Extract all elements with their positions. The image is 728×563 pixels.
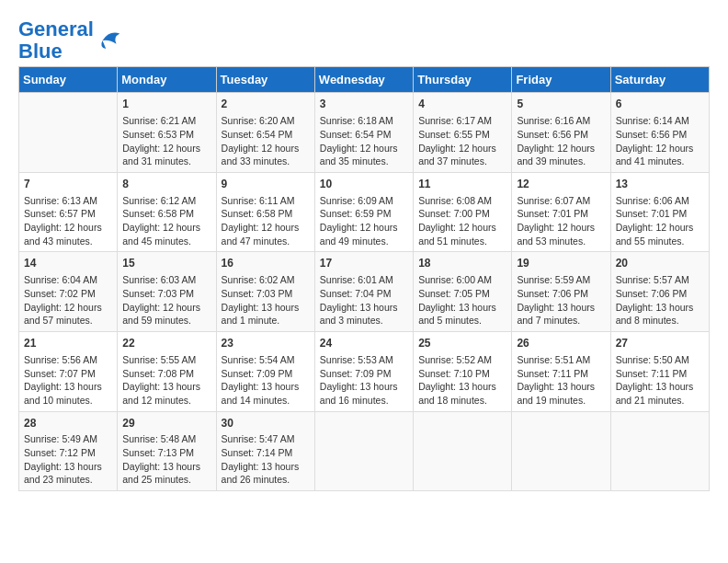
column-header-saturday: Saturday xyxy=(610,67,709,93)
calendar-cell: 16Sunrise: 6:02 AMSunset: 7:03 PMDayligh… xyxy=(216,252,314,332)
column-header-thursday: Thursday xyxy=(414,67,512,93)
day-number: 3 xyxy=(320,97,408,112)
day-number: 16 xyxy=(222,256,310,271)
calendar-cell: 18Sunrise: 6:00 AMSunset: 7:05 PMDayligh… xyxy=(414,252,512,332)
calendar-cell: 7Sunrise: 6:13 AMSunset: 6:57 PMDaylight… xyxy=(19,172,118,252)
calendar-cell: 24Sunrise: 5:53 AMSunset: 7:09 PMDayligh… xyxy=(314,332,413,412)
day-details: Sunrise: 6:08 AMSunset: 7:00 PMDaylight:… xyxy=(418,194,506,248)
day-details: Sunrise: 6:04 AMSunset: 7:02 PMDaylight:… xyxy=(24,273,112,327)
day-number: 29 xyxy=(122,416,210,431)
logo-bird-icon xyxy=(96,27,123,54)
column-header-wednesday: Wednesday xyxy=(314,67,413,93)
day-number: 14 xyxy=(24,256,112,271)
day-number: 9 xyxy=(222,177,310,192)
day-number: 10 xyxy=(320,177,408,192)
day-details: Sunrise: 6:02 AMSunset: 7:03 PMDaylight:… xyxy=(222,273,310,327)
calendar-cell xyxy=(414,411,512,491)
day-details: Sunrise: 5:48 AMSunset: 7:13 PMDaylight:… xyxy=(122,432,210,487)
calendar-cell: 5Sunrise: 6:16 AMSunset: 6:56 PMDaylight… xyxy=(512,93,610,173)
day-number: 15 xyxy=(122,256,210,271)
calendar-cell: 6Sunrise: 6:14 AMSunset: 6:56 PMDaylight… xyxy=(610,93,709,173)
logo: GeneralBlue xyxy=(18,18,123,63)
day-details: Sunrise: 6:00 AMSunset: 7:05 PMDaylight:… xyxy=(418,273,506,327)
week-row-5: 28Sunrise: 5:49 AMSunset: 7:12 PMDayligh… xyxy=(19,411,710,491)
day-details: Sunrise: 5:57 AMSunset: 7:06 PMDaylight:… xyxy=(616,273,704,327)
day-number: 8 xyxy=(122,177,210,192)
day-details: Sunrise: 6:13 AMSunset: 6:57 PMDaylight:… xyxy=(24,194,112,248)
column-header-tuesday: Tuesday xyxy=(216,67,314,93)
day-details: Sunrise: 6:14 AMSunset: 6:56 PMDaylight:… xyxy=(616,114,704,168)
day-number: 25 xyxy=(418,336,506,351)
day-details: Sunrise: 5:49 AMSunset: 7:12 PMDaylight:… xyxy=(24,432,112,487)
week-row-4: 21Sunrise: 5:56 AMSunset: 7:07 PMDayligh… xyxy=(19,332,710,412)
day-number: 6 xyxy=(616,97,704,112)
day-details: Sunrise: 6:01 AMSunset: 7:04 PMDaylight:… xyxy=(320,273,408,327)
page-header: GeneralBlue xyxy=(18,18,710,63)
calendar-cell: 25Sunrise: 5:52 AMSunset: 7:10 PMDayligh… xyxy=(414,332,512,412)
day-number: 12 xyxy=(517,177,605,192)
day-number: 2 xyxy=(222,97,310,112)
calendar-cell: 11Sunrise: 6:08 AMSunset: 7:00 PMDayligh… xyxy=(414,172,512,252)
calendar-cell: 13Sunrise: 6:06 AMSunset: 7:01 PMDayligh… xyxy=(610,172,709,252)
day-number: 28 xyxy=(24,416,112,431)
calendar-cell: 1Sunrise: 6:21 AMSunset: 6:53 PMDaylight… xyxy=(118,93,216,173)
day-number: 23 xyxy=(222,336,310,351)
day-number: 19 xyxy=(517,256,605,271)
day-details: Sunrise: 6:06 AMSunset: 7:01 PMDaylight:… xyxy=(616,194,704,248)
calendar-cell: 30Sunrise: 5:47 AMSunset: 7:14 PMDayligh… xyxy=(216,411,314,491)
day-details: Sunrise: 6:16 AMSunset: 6:56 PMDaylight:… xyxy=(517,114,605,168)
calendar-cell: 15Sunrise: 6:03 AMSunset: 7:03 PMDayligh… xyxy=(118,252,216,332)
day-details: Sunrise: 6:03 AMSunset: 7:03 PMDaylight:… xyxy=(122,273,210,327)
calendar-cell: 3Sunrise: 6:18 AMSunset: 6:54 PMDaylight… xyxy=(314,93,413,173)
calendar-cell: 26Sunrise: 5:51 AMSunset: 7:11 PMDayligh… xyxy=(512,332,610,412)
day-details: Sunrise: 6:18 AMSunset: 6:54 PMDaylight:… xyxy=(320,114,408,168)
week-row-2: 7Sunrise: 6:13 AMSunset: 6:57 PMDaylight… xyxy=(19,172,710,252)
calendar-cell: 20Sunrise: 5:57 AMSunset: 7:06 PMDayligh… xyxy=(610,252,709,332)
day-details: Sunrise: 5:56 AMSunset: 7:07 PMDaylight:… xyxy=(24,353,112,408)
column-header-monday: Monday xyxy=(118,67,216,93)
day-number: 1 xyxy=(122,97,210,112)
day-details: Sunrise: 6:17 AMSunset: 6:55 PMDaylight:… xyxy=(418,114,506,168)
day-details: Sunrise: 6:21 AMSunset: 6:53 PMDaylight:… xyxy=(122,114,210,168)
calendar-cell: 17Sunrise: 6:01 AMSunset: 7:04 PMDayligh… xyxy=(314,252,413,332)
calendar-cell: 14Sunrise: 6:04 AMSunset: 7:02 PMDayligh… xyxy=(19,252,118,332)
calendar-cell: 10Sunrise: 6:09 AMSunset: 6:59 PMDayligh… xyxy=(314,172,413,252)
day-details: Sunrise: 5:47 AMSunset: 7:14 PMDaylight:… xyxy=(222,432,310,487)
day-details: Sunrise: 5:55 AMSunset: 7:08 PMDaylight:… xyxy=(122,353,210,408)
day-details: Sunrise: 6:12 AMSunset: 6:58 PMDaylight:… xyxy=(122,194,210,248)
day-number: 22 xyxy=(122,336,210,351)
calendar-cell: 8Sunrise: 6:12 AMSunset: 6:58 PMDaylight… xyxy=(118,172,216,252)
day-number: 26 xyxy=(517,336,605,351)
calendar-cell xyxy=(610,411,709,491)
day-number: 4 xyxy=(418,97,506,112)
day-number: 30 xyxy=(222,416,310,431)
week-row-3: 14Sunrise: 6:04 AMSunset: 7:02 PMDayligh… xyxy=(19,252,710,332)
calendar-cell xyxy=(512,411,610,491)
day-number: 17 xyxy=(320,256,408,271)
logo-text: GeneralBlue xyxy=(18,18,94,63)
calendar-table: SundayMondayTuesdayWednesdayThursdayFrid… xyxy=(18,66,710,491)
day-number: 24 xyxy=(320,336,408,351)
calendar-cell: 2Sunrise: 6:20 AMSunset: 6:54 PMDaylight… xyxy=(216,93,314,173)
calendar-cell: 19Sunrise: 5:59 AMSunset: 7:06 PMDayligh… xyxy=(512,252,610,332)
day-details: Sunrise: 5:54 AMSunset: 7:09 PMDaylight:… xyxy=(222,353,310,408)
column-header-friday: Friday xyxy=(512,67,610,93)
column-header-sunday: Sunday xyxy=(19,67,118,93)
calendar-cell: 12Sunrise: 6:07 AMSunset: 7:01 PMDayligh… xyxy=(512,172,610,252)
day-number: 18 xyxy=(418,256,506,271)
calendar-cell: 9Sunrise: 6:11 AMSunset: 6:58 PMDaylight… xyxy=(216,172,314,252)
week-row-1: 1Sunrise: 6:21 AMSunset: 6:53 PMDaylight… xyxy=(19,93,710,173)
day-details: Sunrise: 6:20 AMSunset: 6:54 PMDaylight:… xyxy=(222,114,310,168)
calendar-cell: 22Sunrise: 5:55 AMSunset: 7:08 PMDayligh… xyxy=(118,332,216,412)
column-headers: SundayMondayTuesdayWednesdayThursdayFrid… xyxy=(19,67,710,93)
calendar-cell: 4Sunrise: 6:17 AMSunset: 6:55 PMDaylight… xyxy=(414,93,512,173)
calendar-cell xyxy=(314,411,413,491)
calendar-cell xyxy=(19,93,118,173)
calendar-cell: 21Sunrise: 5:56 AMSunset: 7:07 PMDayligh… xyxy=(19,332,118,412)
day-number: 5 xyxy=(517,97,605,112)
day-details: Sunrise: 5:51 AMSunset: 7:11 PMDaylight:… xyxy=(517,353,605,408)
calendar-cell: 29Sunrise: 5:48 AMSunset: 7:13 PMDayligh… xyxy=(118,411,216,491)
day-number: 20 xyxy=(616,256,704,271)
day-details: Sunrise: 5:50 AMSunset: 7:11 PMDaylight:… xyxy=(616,353,704,408)
day-number: 11 xyxy=(418,177,506,192)
